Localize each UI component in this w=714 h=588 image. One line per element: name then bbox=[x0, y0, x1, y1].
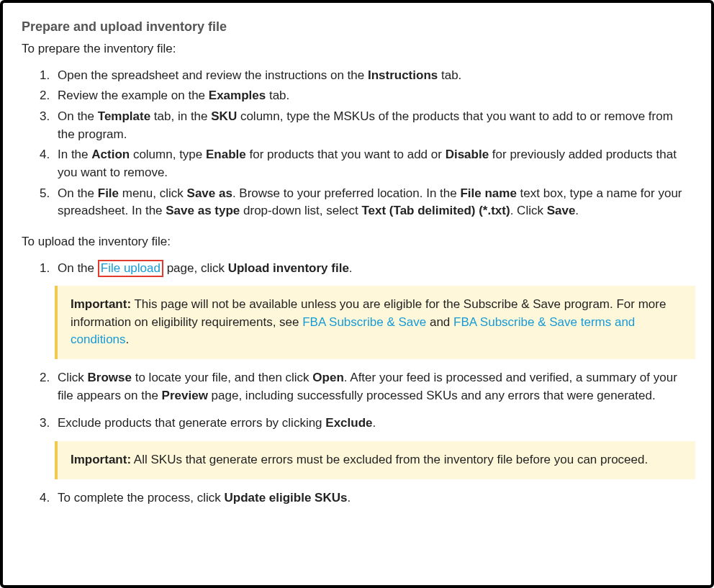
bold-text: Save bbox=[547, 204, 576, 217]
upload-step-4: To complete the process, click Update el… bbox=[53, 489, 692, 507]
upload-step-3: Exclude products that generate errors by… bbox=[53, 415, 692, 479]
bold-text: Text (Tab delimited) (*.txt) bbox=[361, 204, 510, 217]
text: . bbox=[347, 491, 351, 505]
bold-text: Open bbox=[312, 371, 343, 384]
prepare-steps: Open the spreadsheet and review the inst… bbox=[22, 67, 692, 220]
text: All SKUs that generate errors must be ex… bbox=[131, 453, 648, 466]
text: On the bbox=[58, 261, 98, 275]
prepare-step-5: On the File menu, click Save as. Browse … bbox=[53, 185, 692, 220]
bold-text: Upload inventory file bbox=[228, 261, 349, 275]
text: Open the spreadsheet and review the inst… bbox=[58, 68, 368, 82]
text: . Click bbox=[510, 204, 547, 217]
text: page, click bbox=[163, 261, 228, 275]
text: tab. bbox=[438, 68, 461, 82]
text: . bbox=[373, 416, 376, 430]
bold-text: Exclude bbox=[325, 416, 372, 430]
bold-text: Save as bbox=[187, 186, 232, 200]
callout-text: Important: All SKUs that generate errors… bbox=[71, 451, 682, 469]
text: Review the example on the bbox=[58, 89, 209, 102]
callout-text: Important: This page will not be availab… bbox=[71, 296, 682, 349]
text: Exclude products that generate errors by… bbox=[58, 416, 325, 430]
text: column, type bbox=[130, 148, 206, 161]
prepare-step-4: In the Action column, type Enable for pr… bbox=[53, 146, 692, 181]
bold-text: Browse bbox=[88, 371, 132, 384]
text: . Browse to your preferred location. In … bbox=[232, 186, 461, 200]
prepare-step-1: Open the spreadsheet and review the inst… bbox=[53, 67, 692, 85]
bold-text: Preview bbox=[162, 389, 208, 402]
prepare-intro: To prepare the inventory file: bbox=[22, 40, 692, 58]
text: page, including successfully processed S… bbox=[208, 389, 656, 402]
bold-text: Update eligible SKUs bbox=[224, 491, 347, 505]
text: to locate your file, and then click bbox=[132, 371, 312, 384]
important-label: Important: bbox=[71, 453, 131, 466]
text: On the bbox=[58, 109, 98, 123]
important-callout-eligibility: Important: This page will not be availab… bbox=[55, 286, 695, 359]
text: Click bbox=[58, 371, 88, 384]
text: . bbox=[575, 204, 579, 217]
upload-step-1: On the File upload page, click Upload in… bbox=[53, 260, 692, 360]
bold-text: Instructions bbox=[368, 68, 438, 82]
bold-text: Disable bbox=[446, 148, 489, 161]
important-label: Important: bbox=[71, 297, 131, 311]
text: tab. bbox=[266, 89, 289, 102]
upload-step-2: Click Browse to locate your file, and th… bbox=[53, 369, 692, 404]
bold-text: Template bbox=[98, 109, 150, 123]
bold-text: File bbox=[98, 186, 119, 200]
bold-text: File name bbox=[460, 186, 516, 200]
text: In the bbox=[58, 148, 91, 161]
text: On the bbox=[58, 186, 98, 200]
text: . bbox=[349, 261, 353, 275]
prepare-step-3: On the Template tab, in the SKU column, … bbox=[53, 108, 692, 143]
text: To complete the process, click bbox=[58, 491, 224, 505]
text: menu, click bbox=[119, 186, 186, 200]
bold-text: Save as type bbox=[166, 204, 240, 217]
file-upload-link[interactable]: File upload bbox=[98, 260, 163, 277]
upload-intro: To upload the inventory file: bbox=[22, 233, 692, 251]
text: tab, in the bbox=[150, 109, 211, 123]
text: drop-down list, select bbox=[240, 204, 361, 217]
prepare-step-2: Review the example on the Examples tab. bbox=[53, 87, 692, 105]
bold-text: Enable bbox=[206, 148, 246, 161]
upload-steps: On the File upload page, click Upload in… bbox=[22, 260, 692, 507]
fba-subscribe-save-link[interactable]: FBA Subscribe & Save bbox=[302, 315, 426, 329]
text: for products that you want to add or bbox=[246, 148, 446, 161]
important-callout-exclude: Important: All SKUs that generate errors… bbox=[55, 441, 695, 479]
bold-text: Examples bbox=[209, 89, 266, 102]
text: and bbox=[426, 315, 453, 329]
text: . bbox=[126, 333, 130, 346]
bold-text: SKU bbox=[211, 109, 237, 123]
section-title: Prepare and upload inventory file bbox=[22, 17, 692, 36]
bold-text: Action bbox=[91, 148, 130, 161]
